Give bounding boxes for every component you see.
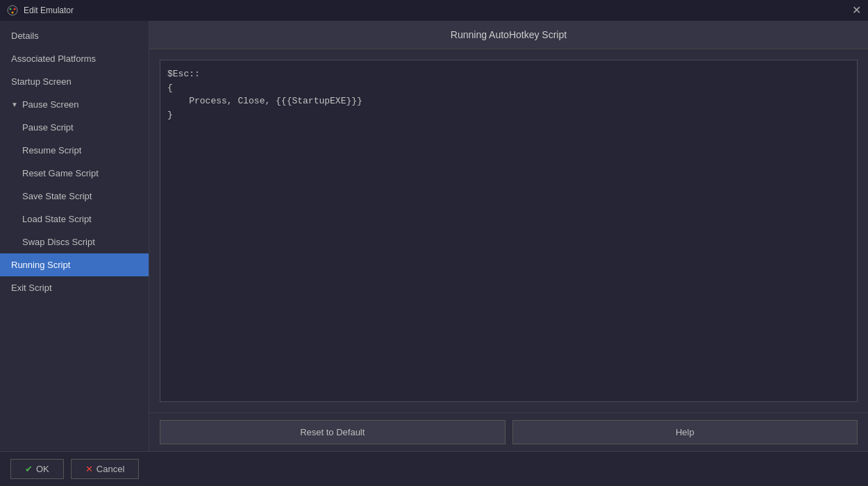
edit-emulator-window: Edit Emulator ✕ Details Associated Platf…	[0, 0, 868, 486]
svg-point-1	[10, 8, 12, 10]
svg-point-3	[12, 12, 14, 14]
help-button[interactable]: Help	[512, 420, 858, 444]
reset-to-default-button[interactable]: Reset to Default	[160, 420, 506, 444]
svg-point-2	[14, 8, 16, 10]
code-editor[interactable]	[160, 60, 858, 402]
sidebar-item-exit-script[interactable]: Exit Script	[0, 276, 149, 299]
sidebar-item-running-script[interactable]: Running Script	[0, 253, 149, 276]
content-footer: Reset to Default Help	[149, 412, 868, 451]
editor-area	[149, 49, 868, 412]
sidebar: Details Associated Platforms Startup Scr…	[0, 21, 149, 451]
main-content: Details Associated Platforms Startup Scr…	[0, 21, 868, 451]
sidebar-item-associated-platforms[interactable]: Associated Platforms	[0, 47, 149, 70]
chevron-icon: ▼	[11, 101, 18, 108]
sidebar-item-details[interactable]: Details	[0, 24, 149, 47]
sidebar-item-pause-script[interactable]: Pause Script	[0, 116, 149, 139]
content-header: Running AutoHotkey Script	[149, 21, 868, 49]
sidebar-item-startup-screen[interactable]: Startup Screen	[0, 70, 149, 93]
ok-icon: ✔	[25, 464, 33, 474]
window-title: Edit Emulator	[24, 6, 74, 15]
sidebar-item-save-state-script[interactable]: Save State Script	[0, 185, 149, 208]
app-icon	[7, 5, 18, 16]
sidebar-item-reset-game-script[interactable]: Reset Game Script	[0, 162, 149, 185]
close-button[interactable]: ✕	[852, 5, 861, 16]
ok-button[interactable]: ✔ OK	[10, 459, 64, 479]
sidebar-item-pause-screen[interactable]: ▼ Pause Screen	[0, 93, 149, 116]
sidebar-item-resume-script[interactable]: Resume Script	[0, 139, 149, 162]
cancel-icon: ✕	[85, 464, 93, 474]
svg-point-0	[8, 6, 17, 15]
sidebar-item-load-state-script[interactable]: Load State Script	[0, 208, 149, 231]
dialog-footer: ✔ OK ✕ Cancel	[0, 451, 868, 486]
sidebar-item-swap-discs-script[interactable]: Swap Discs Script	[0, 231, 149, 253]
titlebar-left: Edit Emulator	[7, 5, 74, 16]
cancel-button[interactable]: ✕ Cancel	[71, 459, 139, 479]
content-area: Running AutoHotkey Script Reset to Defau…	[149, 21, 868, 451]
titlebar: Edit Emulator ✕	[0, 0, 868, 21]
